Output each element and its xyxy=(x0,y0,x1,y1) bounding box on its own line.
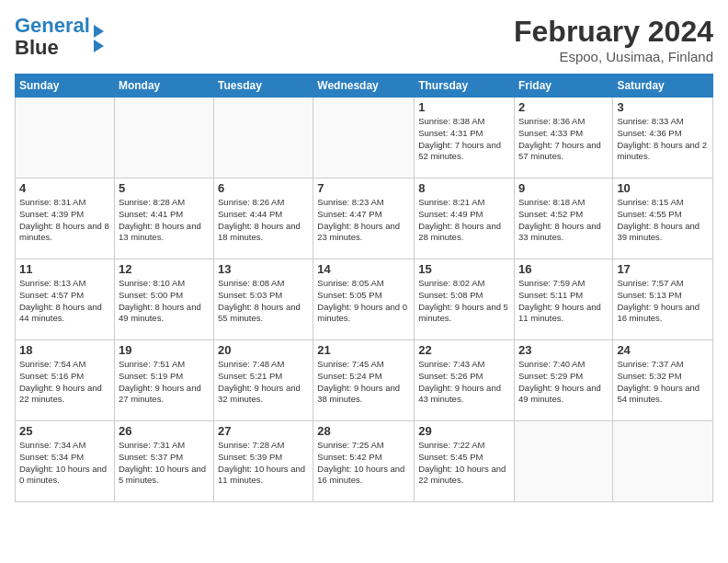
calendar-cell: 29Sunrise: 7:22 AM Sunset: 5:45 PM Dayli… xyxy=(415,421,515,502)
day-info: Sunrise: 8:02 AM Sunset: 5:08 PM Dayligh… xyxy=(418,278,510,325)
day-info: Sunrise: 8:08 AM Sunset: 5:03 PM Dayligh… xyxy=(218,278,309,325)
calendar-cell: 22Sunrise: 7:43 AM Sunset: 5:26 PM Dayli… xyxy=(415,340,515,421)
logo-text: General Blue xyxy=(15,15,104,59)
day-number: 25 xyxy=(19,424,110,438)
calendar-week-5: 25Sunrise: 7:34 AM Sunset: 5:34 PM Dayli… xyxy=(16,421,713,502)
day-info: Sunrise: 7:22 AM Sunset: 5:45 PM Dayligh… xyxy=(418,440,510,487)
header: General Blue February 2024 Espoo, Uusima… xyxy=(15,15,713,64)
day-info: Sunrise: 7:25 AM Sunset: 5:42 PM Dayligh… xyxy=(317,440,410,487)
day-info: Sunrise: 7:28 AM Sunset: 5:39 PM Dayligh… xyxy=(218,440,309,487)
calendar-cell xyxy=(114,98,213,178)
calendar-header-row: SundayMondayTuesdayWednesdayThursdayFrid… xyxy=(16,75,713,98)
day-number: 11 xyxy=(19,262,110,276)
day-info: Sunrise: 8:15 AM Sunset: 4:55 PM Dayligh… xyxy=(617,197,709,244)
calendar-cell: 28Sunrise: 7:25 AM Sunset: 5:42 PM Dayli… xyxy=(313,421,415,502)
calendar-cell: 15Sunrise: 8:02 AM Sunset: 5:08 PM Dayli… xyxy=(415,259,515,340)
calendar: SundayMondayTuesdayWednesdayThursdayFrid… xyxy=(15,74,713,502)
month-title: February 2024 xyxy=(514,15,713,49)
calendar-weekday-saturday: Saturday xyxy=(613,75,713,98)
day-number: 6 xyxy=(218,181,309,195)
day-info: Sunrise: 8:33 AM Sunset: 4:36 PM Dayligh… xyxy=(617,116,709,163)
day-info: Sunrise: 8:13 AM Sunset: 4:57 PM Dayligh… xyxy=(19,278,110,325)
calendar-cell: 26Sunrise: 7:31 AM Sunset: 5:37 PM Dayli… xyxy=(114,421,213,502)
day-info: Sunrise: 7:54 AM Sunset: 5:16 PM Dayligh… xyxy=(19,359,110,406)
day-number: 24 xyxy=(617,343,709,357)
day-number: 22 xyxy=(418,343,510,357)
calendar-cell: 8Sunrise: 8:21 AM Sunset: 4:49 PM Daylig… xyxy=(415,178,515,259)
day-number: 15 xyxy=(418,262,510,276)
day-number: 13 xyxy=(218,262,309,276)
day-info: Sunrise: 8:26 AM Sunset: 4:44 PM Dayligh… xyxy=(218,197,309,244)
day-number: 3 xyxy=(617,100,709,114)
logo-arrow-bottom xyxy=(94,40,104,52)
day-info: Sunrise: 7:51 AM Sunset: 5:19 PM Dayligh… xyxy=(119,359,210,406)
calendar-cell: 1Sunrise: 8:38 AM Sunset: 4:31 PM Daylig… xyxy=(415,98,515,178)
day-number: 20 xyxy=(218,343,309,357)
logo-blue: Blue xyxy=(15,36,59,59)
day-number: 29 xyxy=(418,424,510,438)
day-info: Sunrise: 8:10 AM Sunset: 5:00 PM Dayligh… xyxy=(119,278,210,325)
day-info: Sunrise: 8:21 AM Sunset: 4:49 PM Dayligh… xyxy=(418,197,510,244)
calendar-cell: 14Sunrise: 8:05 AM Sunset: 5:05 PM Dayli… xyxy=(313,259,415,340)
day-info: Sunrise: 7:34 AM Sunset: 5:34 PM Dayligh… xyxy=(19,440,110,487)
day-info: Sunrise: 8:28 AM Sunset: 4:41 PM Dayligh… xyxy=(119,197,210,244)
calendar-cell: 18Sunrise: 7:54 AM Sunset: 5:16 PM Dayli… xyxy=(16,340,115,421)
calendar-cell: 16Sunrise: 7:59 AM Sunset: 5:11 PM Dayli… xyxy=(514,259,612,340)
day-number: 23 xyxy=(518,343,609,357)
calendar-weekday-wednesday: Wednesday xyxy=(313,75,415,98)
calendar-cell: 13Sunrise: 8:08 AM Sunset: 5:03 PM Dayli… xyxy=(214,259,313,340)
calendar-weekday-thursday: Thursday xyxy=(415,75,515,98)
day-number: 26 xyxy=(119,424,210,438)
day-info: Sunrise: 8:18 AM Sunset: 4:52 PM Dayligh… xyxy=(518,197,609,244)
calendar-cell xyxy=(214,98,313,178)
logo-general: General xyxy=(15,14,90,37)
day-number: 28 xyxy=(317,424,410,438)
calendar-cell: 4Sunrise: 8:31 AM Sunset: 4:39 PM Daylig… xyxy=(16,178,115,259)
calendar-cell: 3Sunrise: 8:33 AM Sunset: 4:36 PM Daylig… xyxy=(613,98,713,178)
day-number: 19 xyxy=(119,343,210,357)
logo: General Blue xyxy=(15,15,104,59)
calendar-week-4: 18Sunrise: 7:54 AM Sunset: 5:16 PM Dayli… xyxy=(16,340,713,421)
logo-arrow-top xyxy=(94,25,104,38)
day-number: 14 xyxy=(317,262,410,276)
day-number: 8 xyxy=(418,181,510,195)
day-number: 7 xyxy=(317,181,410,195)
calendar-cell xyxy=(613,421,713,502)
calendar-cell xyxy=(313,98,415,178)
calendar-cell: 27Sunrise: 7:28 AM Sunset: 5:39 PM Dayli… xyxy=(214,421,313,502)
day-info: Sunrise: 7:45 AM Sunset: 5:24 PM Dayligh… xyxy=(317,359,410,406)
calendar-weekday-sunday: Sunday xyxy=(16,75,115,98)
day-info: Sunrise: 8:31 AM Sunset: 4:39 PM Dayligh… xyxy=(19,197,110,244)
day-info: Sunrise: 7:40 AM Sunset: 5:29 PM Dayligh… xyxy=(518,359,609,406)
day-info: Sunrise: 7:57 AM Sunset: 5:13 PM Dayligh… xyxy=(617,278,709,325)
day-number: 10 xyxy=(617,181,709,195)
calendar-cell: 19Sunrise: 7:51 AM Sunset: 5:19 PM Dayli… xyxy=(114,340,213,421)
day-number: 27 xyxy=(218,424,309,438)
day-number: 9 xyxy=(518,181,609,195)
day-info: Sunrise: 8:23 AM Sunset: 4:47 PM Dayligh… xyxy=(317,197,410,244)
calendar-week-2: 4Sunrise: 8:31 AM Sunset: 4:39 PM Daylig… xyxy=(16,178,713,259)
day-info: Sunrise: 7:31 AM Sunset: 5:37 PM Dayligh… xyxy=(119,440,210,487)
calendar-cell xyxy=(16,98,115,178)
calendar-cell: 5Sunrise: 8:28 AM Sunset: 4:41 PM Daylig… xyxy=(114,178,213,259)
calendar-cell: 17Sunrise: 7:57 AM Sunset: 5:13 PM Dayli… xyxy=(613,259,713,340)
day-info: Sunrise: 7:43 AM Sunset: 5:26 PM Dayligh… xyxy=(418,359,510,406)
calendar-week-3: 11Sunrise: 8:13 AM Sunset: 4:57 PM Dayli… xyxy=(16,259,713,340)
calendar-weekday-tuesday: Tuesday xyxy=(214,75,313,98)
day-info: Sunrise: 8:36 AM Sunset: 4:33 PM Dayligh… xyxy=(518,116,609,163)
title-block: February 2024 Espoo, Uusimaa, Finland xyxy=(514,15,713,64)
calendar-cell: 11Sunrise: 8:13 AM Sunset: 4:57 PM Dayli… xyxy=(16,259,115,340)
calendar-cell: 24Sunrise: 7:37 AM Sunset: 5:32 PM Dayli… xyxy=(613,340,713,421)
calendar-weekday-friday: Friday xyxy=(514,75,612,98)
day-number: 16 xyxy=(518,262,609,276)
calendar-cell: 7Sunrise: 8:23 AM Sunset: 4:47 PM Daylig… xyxy=(313,178,415,259)
calendar-cell: 10Sunrise: 8:15 AM Sunset: 4:55 PM Dayli… xyxy=(613,178,713,259)
day-number: 12 xyxy=(119,262,210,276)
calendar-cell: 9Sunrise: 8:18 AM Sunset: 4:52 PM Daylig… xyxy=(514,178,612,259)
day-number: 18 xyxy=(19,343,110,357)
day-number: 21 xyxy=(317,343,410,357)
day-info: Sunrise: 8:38 AM Sunset: 4:31 PM Dayligh… xyxy=(418,116,510,163)
calendar-cell: 21Sunrise: 7:45 AM Sunset: 5:24 PM Dayli… xyxy=(313,340,415,421)
day-number: 2 xyxy=(518,100,609,114)
calendar-cell: 23Sunrise: 7:40 AM Sunset: 5:29 PM Dayli… xyxy=(514,340,612,421)
